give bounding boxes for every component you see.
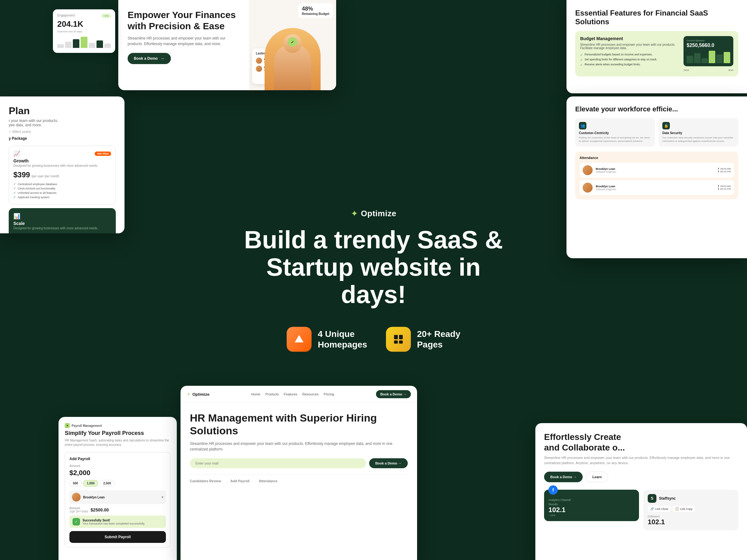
- growth-icon: 📈: [14, 150, 20, 157]
- chevron-down-icon: ▾: [161, 495, 163, 499]
- success-badge: ✓ Successfully Sent! Your transaction ha…: [70, 515, 166, 528]
- homepages-icon: [287, 327, 312, 352]
- att-info-2: Brooklyn Lean Software Engineer: [596, 185, 714, 191]
- record-avatar-1: [256, 58, 262, 64]
- pages-icon: [386, 327, 411, 352]
- website-form-row: Book a Demo →: [190, 458, 408, 468]
- staffsync-link-1[interactable]: 🔗 Link Close: [648, 506, 671, 512]
- website-nav-links: Home Products Features Resources Pricing: [216, 392, 370, 396]
- elevate-features: 👥 Customer-Centricity Putting our custom…: [575, 118, 738, 146]
- card-essential: Essential Features for Financial SaaS So…: [566, 0, 747, 93]
- pricing-scale: 📊 Scale Designed for growing businesses …: [9, 208, 116, 233]
- hero-features: 4 Unique Homepages 20+ Ready Pages: [233, 327, 514, 352]
- payroll-header: ✦ Payroll Management: [65, 423, 171, 428]
- customer-centricity: 👥 Customer-Centricity Putting our custom…: [575, 118, 655, 146]
- finance-right: 48% Remaining Budget ✓ Lastest Records H…: [249, 0, 336, 90]
- check-icon: ✓: [580, 58, 583, 61]
- effortless-demo-btn[interactable]: Book a Demo →: [544, 472, 583, 482]
- amount-options: 500 1,000 2,500: [70, 480, 166, 486]
- svg-rect-2: [399, 335, 403, 340]
- payroll-icon: ✦: [65, 423, 70, 428]
- link-icon: 🔗: [650, 507, 654, 510]
- card-engagement: Engagement +2% 204.1K Goal from last 30 …: [53, 9, 115, 53]
- team-member-avatar: [72, 493, 81, 502]
- finance-demo-btn[interactable]: Book a Demo →: [128, 53, 171, 64]
- balance-chart: [687, 51, 730, 63]
- website-email-input[interactable]: [190, 458, 366, 468]
- nav-pricing[interactable]: Pricing: [324, 392, 334, 396]
- effortless-buttons: Book a Demo → Learn: [544, 472, 738, 482]
- engagement-chart: [57, 35, 111, 48]
- website-nav-logo: ✦ Optimize: [187, 392, 209, 397]
- chart-labels: 24128/10: [684, 69, 733, 72]
- record-avatar-2: [256, 65, 262, 72]
- security-icon: 🔒: [662, 122, 670, 129]
- amount-2500[interactable]: 2,500: [100, 480, 114, 486]
- staffsync-link-2[interactable]: 📋 Link Copy: [673, 506, 695, 512]
- nav-home[interactable]: Home: [251, 392, 260, 396]
- att-times-2: ⬆ 08:00 AM ⬇ 06:10 PM: [717, 185, 731, 190]
- bm-feature-3: ✓ Receive alerts when exceeding budget l…: [580, 63, 678, 66]
- pricing-growth: 📈 Hot Plan Growth Designed for growing b…: [9, 145, 116, 205]
- attendance-item-2: Brooklyn Lean Software Engineer ⬆ 08:00 …: [579, 180, 734, 195]
- analytics-row: f Analytics Channel Results 102.1 ↑ 12% …: [544, 490, 738, 530]
- bm-feature-1: ✓ Personalized budgets based on income a…: [580, 53, 678, 57]
- website-logo-icon: ✦: [187, 392, 190, 397]
- amount-500[interactable]: 500: [70, 480, 81, 486]
- svg-marker-0: [295, 335, 304, 343]
- att-avatar-2: [583, 183, 593, 193]
- nav-features[interactable]: Features: [284, 392, 297, 396]
- demo-arrow-icon: →: [160, 56, 165, 61]
- followers-section: Followers 102.1: [648, 515, 734, 526]
- balance-card: Current Balance $250,5660.0: [684, 36, 733, 66]
- attendance-section: Attendance Brooklyn Lean Software Engine…: [575, 152, 738, 199]
- attendance-item-1: Brooklyn Lean Software Engineer ⬆ 08:00 …: [579, 163, 734, 178]
- hero-logo: ✦ Optimize: [233, 209, 514, 219]
- analytics-card: f Analytics Channel Results 102.1 ↑ 12%: [544, 490, 639, 521]
- submit-payroll-btn[interactable]: Submit Payroll: [70, 531, 166, 543]
- svg-rect-1: [394, 335, 398, 340]
- budget-management-card: Budget Management Streamline HR processe…: [575, 31, 738, 77]
- copy-icon: 📋: [675, 507, 679, 510]
- facebook-icon: f: [548, 485, 558, 495]
- card-plan: Plan r your team with our products.yee d…: [0, 97, 125, 233]
- card-finance: Empower Your Finances with Precision & E…: [118, 0, 336, 90]
- att-avatar-1: [583, 165, 593, 175]
- optimize-logo-text: Optimize: [361, 209, 396, 218]
- feature-homepages-text: 4 Unique Homepages: [318, 329, 367, 350]
- website-nav-cta[interactable]: Book a Demo →: [376, 390, 411, 398]
- website-nav: ✦ Optimize Home Products Features Resour…: [181, 386, 417, 403]
- website-footer-labels: Candidates Review Add Payroll Attendance: [190, 475, 408, 483]
- budget-badge: 48% Remaining Budget: [298, 3, 333, 18]
- staffsync-logo: S: [648, 494, 656, 503]
- check-icon: ✓: [580, 53, 583, 57]
- website-content: HR Management with Superior Hiring Solut…: [181, 403, 417, 560]
- card-website: ✦ Optimize Home Products Features Resour…: [181, 386, 417, 560]
- staffsync-card: S Staffsync 🔗 Link Close 📋 Link Copy Fol…: [643, 490, 738, 530]
- budget-management-right: Current Balance $250,5660.0 24128/10: [684, 36, 733, 72]
- hero-title: Build a trendy SaaS & Startup website in…: [233, 226, 514, 308]
- feature-pages: 20+ Ready Pages: [386, 327, 460, 352]
- check-icon: ✓: [580, 63, 583, 66]
- svg-rect-4: [399, 341, 403, 344]
- optimize-logo-icon: ✦: [351, 209, 358, 219]
- card-elevate: Elevate your workforce efficie... 👥 Cust…: [566, 97, 747, 258]
- nav-products[interactable]: Products: [265, 392, 279, 396]
- success-icon: ✓: [73, 518, 80, 526]
- add-payroll-section: Add Payroll Amount $2,000 500 1,000 2,50…: [65, 452, 171, 548]
- customer-icon: 👥: [579, 122, 586, 129]
- scale-icon: 📊: [14, 213, 20, 220]
- att-times-1: ⬆ 08:00 AM ⬇ 06:10 PM: [717, 167, 731, 173]
- amount-1000[interactable]: 1,000: [83, 480, 98, 486]
- effortless-learn-btn[interactable]: Learn: [586, 472, 608, 482]
- data-security: 🔒 Data Security Our extensive data secur…: [659, 118, 738, 146]
- budget-management-left: Budget Management Streamline HR processe…: [580, 36, 678, 72]
- nav-resources[interactable]: Resources: [302, 392, 319, 396]
- hero-section: ✦ Optimize Build a trendy SaaS & Startup…: [233, 209, 514, 352]
- staffsync-header: S Staffsync: [648, 494, 734, 503]
- card-effortless: Effortlessly Createand Collaborate o... …: [535, 423, 747, 560]
- att-info-1: Brooklyn Lean Software Engineer: [596, 167, 714, 173]
- team-member-row: Brooklyn Lean ▾: [70, 490, 166, 504]
- website-demo-btn[interactable]: Book a Demo →: [369, 458, 408, 468]
- person-image: ✓: [264, 28, 320, 90]
